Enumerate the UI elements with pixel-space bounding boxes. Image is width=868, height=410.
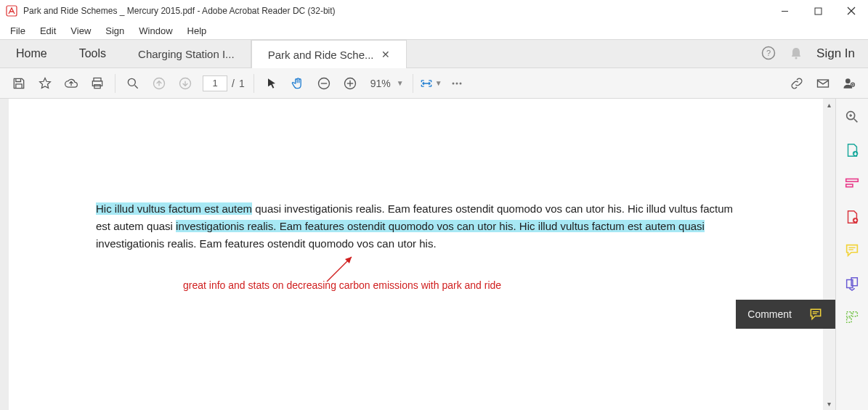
cloud-upload-icon[interactable] xyxy=(58,70,84,97)
comment-tooltip: Comment xyxy=(736,300,835,329)
svg-point-24 xyxy=(845,78,851,83)
toolbar: 1 / 1 91% ▼ ▼ xyxy=(0,68,868,99)
body-text: investigationis realis. Eam features ost… xyxy=(96,237,437,250)
export-pdf-icon[interactable] xyxy=(844,142,860,158)
tab-charging-station[interactable]: Charging Station I... xyxy=(122,40,251,67)
svg-rect-2 xyxy=(815,8,822,15)
zoom-level[interactable]: 91% ▼ xyxy=(363,78,408,89)
tabs-row: Home Tools Charging Station I... Park an… xyxy=(0,39,868,68)
search-tool-icon[interactable] xyxy=(844,109,860,125)
page-up-icon[interactable] xyxy=(146,70,172,97)
svg-point-20 xyxy=(452,82,454,84)
scroll-up-icon[interactable]: ▴ xyxy=(823,99,835,111)
svg-point-7 xyxy=(795,57,798,59)
email-icon[interactable] xyxy=(810,70,836,97)
maximize-button[interactable] xyxy=(801,0,835,22)
close-tab-icon[interactable]: ✕ xyxy=(381,49,390,60)
combine-files-icon[interactable] xyxy=(844,276,860,292)
svg-rect-10 xyxy=(94,84,100,88)
more-tools-icon[interactable] xyxy=(444,70,470,97)
chevron-down-icon: ▼ xyxy=(397,79,404,87)
divider xyxy=(253,74,254,93)
svg-rect-36 xyxy=(846,184,853,187)
main-area: Hic illud vultus factum est autem quasi … xyxy=(0,99,868,410)
svg-rect-44 xyxy=(847,312,851,316)
zoom-value: 91% xyxy=(368,78,394,89)
menu-bar: File Edit View Sign Window Help xyxy=(0,22,868,39)
annotation-text[interactable]: great info and stats on decreasing carbo… xyxy=(96,277,736,293)
svg-point-22 xyxy=(459,82,461,84)
svg-rect-23 xyxy=(818,80,829,87)
zoom-in-icon[interactable] xyxy=(337,70,363,97)
tab-label: Park and Ride Sche... xyxy=(268,49,374,61)
svg-point-21 xyxy=(455,82,458,84)
tabs-spacer xyxy=(407,40,762,67)
annotation-arrow-icon xyxy=(321,253,357,284)
svg-point-11 xyxy=(128,78,135,86)
svg-line-12 xyxy=(135,85,138,88)
menu-view[interactable]: View xyxy=(63,24,98,38)
share-people-icon[interactable] xyxy=(836,70,862,97)
page-current-input[interactable]: 1 xyxy=(203,75,227,91)
left-gutter xyxy=(0,99,9,410)
find-icon[interactable] xyxy=(120,70,146,97)
svg-text:?: ? xyxy=(766,49,771,57)
menu-edit[interactable]: Edit xyxy=(33,24,63,38)
page-down-icon[interactable] xyxy=(172,70,198,97)
document-viewport[interactable]: Hic illud vultus factum est autem quasi … xyxy=(9,99,835,410)
minimize-button[interactable] xyxy=(768,0,801,22)
menu-sign[interactable]: Sign xyxy=(98,24,131,38)
chevron-down-icon: ▼ xyxy=(435,79,442,87)
tab-park-and-ride[interactable]: Park and Ride Sche... ✕ xyxy=(251,40,407,68)
print-icon[interactable] xyxy=(84,70,110,97)
menu-help[interactable]: Help xyxy=(180,24,214,38)
menu-file[interactable]: File xyxy=(3,24,33,38)
highlighted-text[interactable]: investigationis realis. Eam features ost… xyxy=(176,220,705,232)
fit-width-icon[interactable]: ▼ xyxy=(418,70,444,97)
tabs-right: ? Sign In xyxy=(761,40,868,67)
svg-rect-35 xyxy=(846,179,859,182)
divider xyxy=(115,74,115,93)
star-icon[interactable] xyxy=(32,70,58,97)
hand-tool-icon[interactable] xyxy=(285,70,311,97)
highlighted-text[interactable]: Hic illud vultus factum est autem xyxy=(96,202,252,215)
page-sep: / xyxy=(232,78,235,89)
document-page: Hic illud vultus factum est autem quasi … xyxy=(9,99,823,410)
tooltip-label: Comment xyxy=(747,308,792,320)
window-title: Park and Ride Schemes _ Mercury 2015.pdf… xyxy=(23,6,768,16)
close-button[interactable] xyxy=(835,0,868,22)
vertical-scrollbar[interactable]: ▴ ▾ xyxy=(823,99,835,410)
title-bar: Park and Ride Schemes _ Mercury 2015.pdf… xyxy=(0,0,868,22)
save-icon[interactable] xyxy=(6,70,32,97)
help-icon[interactable]: ? xyxy=(761,46,776,62)
page-total: 1 xyxy=(239,78,245,89)
paragraph: Hic illud vultus factum est autem quasi … xyxy=(96,200,736,253)
svg-line-31 xyxy=(854,119,858,123)
share-link-icon[interactable] xyxy=(784,70,810,97)
right-tool-pane xyxy=(835,99,868,410)
page-indicator: 1 / 1 xyxy=(203,75,245,91)
comment-icon xyxy=(808,307,824,321)
menu-window[interactable]: Window xyxy=(131,24,179,38)
svg-rect-8 xyxy=(94,78,101,81)
create-pdf-icon[interactable] xyxy=(844,209,860,225)
select-tool-icon[interactable] xyxy=(259,70,285,97)
tab-home[interactable]: Home xyxy=(0,40,63,67)
scroll-down-icon[interactable]: ▾ xyxy=(823,398,835,410)
window-controls xyxy=(768,0,868,22)
svg-rect-46 xyxy=(847,318,851,322)
svg-rect-45 xyxy=(853,312,857,316)
edit-pdf-icon[interactable] xyxy=(844,176,860,192)
sign-in-button[interactable]: Sign In xyxy=(816,46,855,61)
bell-icon[interactable] xyxy=(789,46,803,62)
organize-pages-icon[interactable] xyxy=(844,309,860,325)
acrobat-icon xyxy=(6,5,17,17)
comment-tool-icon[interactable] xyxy=(844,242,860,258)
tab-label: Charging Station I... xyxy=(138,48,235,60)
tab-tools[interactable]: Tools xyxy=(63,40,122,67)
divider xyxy=(413,74,413,93)
zoom-out-icon[interactable] xyxy=(311,70,337,97)
scroll-track[interactable] xyxy=(823,111,835,398)
